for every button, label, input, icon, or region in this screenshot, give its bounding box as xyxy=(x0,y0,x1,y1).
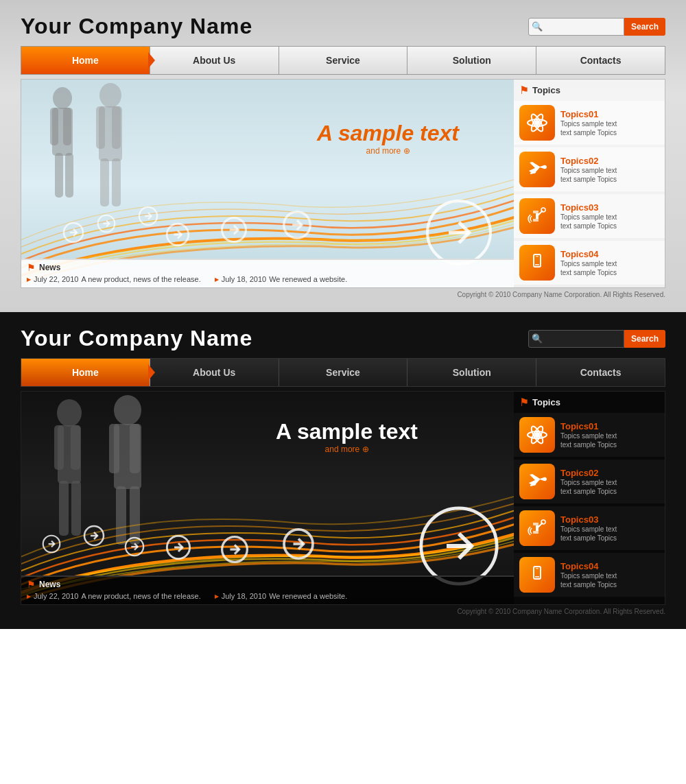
light-nav-solution[interactable]: Solution xyxy=(407,47,536,74)
dark-news-item-2: ▶ July 18, 2010 We renewed a website. xyxy=(215,592,348,600)
dark-topic-text-01: Topics01 Topics sample texttext sample T… xyxy=(560,421,617,449)
dark-topics-flag-icon: ⚑ xyxy=(519,396,529,409)
dark-topic-title-02: Topics02 xyxy=(560,468,617,478)
light-topic-title-01: Topics01 xyxy=(560,109,617,119)
dark-hero-title: A sample text xyxy=(276,419,418,444)
dark-content-wrapper: A sample text and more ⊕ ⚑ News ▶ July 2… xyxy=(21,391,665,605)
dark-topic-icon-03 xyxy=(519,510,555,546)
dark-hero-panel: A sample text and more ⊕ ⚑ News ▶ July 2… xyxy=(21,392,514,604)
light-topic-icon-03 xyxy=(519,198,555,234)
svg-rect-63 xyxy=(536,568,539,569)
dark-topic-title-03: Topics03 xyxy=(560,514,617,525)
light-topic-text-04: Topics04 Topics sample texttext sample T… xyxy=(560,249,617,277)
dark-topic-04[interactable]: Topics04 Topics sample texttext sample T… xyxy=(514,553,665,597)
light-topic-02[interactable]: Topics02 Topics sample texttext sample T… xyxy=(514,147,665,191)
light-arrow-large xyxy=(425,198,493,267)
dark-topic-desc-01: Topics sample texttext sample Topics xyxy=(560,431,617,449)
dark-nav-home[interactable]: Home xyxy=(21,359,150,386)
dark-topics-header: ⚑ Topics xyxy=(514,392,665,413)
light-topic-text-03: Topics03 Topics sample texttext sample T… xyxy=(560,202,617,230)
dark-topic-icon-01 xyxy=(519,417,555,453)
dark-topic-01[interactable]: Topics01 Topics sample texttext sample T… xyxy=(514,413,665,457)
dark-search-bar: 🔍 Search xyxy=(528,330,665,348)
light-topic-desc-04: Topics sample texttext sample Topics xyxy=(560,259,617,277)
dark-topic-text-04: Topics04 Topics sample texttext sample T… xyxy=(560,561,617,589)
dark-topic-icon-04 xyxy=(519,557,555,593)
news-flag-icon: ⚑ xyxy=(27,262,36,273)
dark-news-item-1: ▶ July 22, 2010 A new product, news of t… xyxy=(27,592,201,600)
dark-nav-service[interactable]: Service xyxy=(279,359,408,386)
light-news-items: ▶ July 22, 2010 A new product, news of t… xyxy=(21,273,514,287)
light-news-section: ⚑ News ▶ July 22, 2010 A new product, ne… xyxy=(21,259,514,287)
svg-point-60 xyxy=(541,520,545,524)
dark-topic-icon-02 xyxy=(519,464,555,499)
dark-topic-02[interactable]: Topics02 Topics sample texttext sample T… xyxy=(514,460,665,503)
dark-topic-desc-02: Topics sample texttext sample Topics xyxy=(560,478,617,496)
light-news-item-2: ▶ July 18, 2010 We renewed a website. xyxy=(215,275,348,283)
light-hero-subtitle: and more ⊕ xyxy=(317,146,459,156)
svg-rect-8 xyxy=(96,106,105,149)
dark-arrow-3 xyxy=(124,536,145,560)
dark-hero-text: A sample text and more ⊕ xyxy=(276,419,418,454)
light-nav-about[interactable]: About Us xyxy=(150,47,279,74)
light-news-text-1: A new product, news of the release. xyxy=(81,275,200,283)
light-topic-04[interactable]: Topics04 Topics sample texttext sample T… xyxy=(514,241,665,285)
light-topic-desc-02: Topics sample texttext sample Topics xyxy=(560,166,617,184)
svg-point-6 xyxy=(99,83,121,108)
dark-news-arrow-icon-1: ▶ xyxy=(27,593,31,599)
light-nav-home[interactable]: Home xyxy=(21,47,150,74)
dark-topic-title-04: Topics04 xyxy=(560,561,617,571)
dark-nav: Home About Us Service Solution Contacts xyxy=(21,358,665,387)
dark-news-date-2: July 18, 2010 xyxy=(222,592,266,600)
light-search-button[interactable]: Search xyxy=(624,18,665,36)
dark-copyright: Copyright © 2010 Company Name Corporatio… xyxy=(21,608,665,615)
light-news-text-2: We renewed a website. xyxy=(269,275,347,283)
dark-nav-contacts[interactable]: Contacts xyxy=(536,359,665,386)
dark-news-items: ▶ July 22, 2010 A new product, news of t… xyxy=(21,590,514,604)
light-topic-title-04: Topics04 xyxy=(560,249,617,259)
dark-news-label: News xyxy=(39,580,60,589)
dark-arrow-1 xyxy=(42,534,61,556)
dark-news-section: ⚑ News ▶ July 22, 2010 A new product, ne… xyxy=(21,575,514,604)
svg-rect-26 xyxy=(533,219,539,222)
light-topic-desc-01: Topics sample texttext sample Topics xyxy=(560,119,617,137)
dark-topic-title-01: Topics01 xyxy=(560,421,617,431)
dark-nav-solution[interactable]: Solution xyxy=(407,359,536,386)
light-topic-icon-02 xyxy=(519,152,555,187)
light-news-item-1: ▶ July 22, 2010 A new product, news of t… xyxy=(27,275,201,283)
light-topic-03[interactable]: Topics03 Topics sample texttext sample T… xyxy=(514,194,665,238)
light-nav-service[interactable]: Service xyxy=(279,47,408,74)
light-topic-text-01: Topics01 Topics sample texttext sample T… xyxy=(560,109,617,137)
light-hero-panel: A sample text and more ⊕ ⚑ News ▶ July 2… xyxy=(21,80,514,287)
dark-topics-label: Topics xyxy=(532,397,560,407)
svg-rect-3 xyxy=(63,108,71,145)
dark-search-button[interactable]: Search xyxy=(624,330,665,348)
light-hero-wrapper: A sample text and more ⊕ ⚑ News ▶ July 2… xyxy=(21,80,665,287)
light-theme-wrapper: Your Company Name 🔍 Search Home About Us… xyxy=(0,0,686,312)
dark-company-name: Your Company Name xyxy=(21,326,252,351)
dark-sidebar: ⚑ Topics Topics01 Topics sample texttext… xyxy=(514,392,665,604)
dark-nav-about[interactable]: About Us xyxy=(150,359,279,386)
dark-topic-text-03: Topics03 Topics sample texttext sample T… xyxy=(560,514,617,543)
light-copyright: Copyright © 2010 Company Name Corporatio… xyxy=(21,291,665,298)
search-icon: 🔍 xyxy=(532,21,543,32)
svg-rect-40 xyxy=(109,424,119,473)
dark-theme-wrapper: Your Company Name 🔍 Search Home About Us… xyxy=(0,312,686,629)
dark-topic-text-02: Topics02 Topics sample texttext sample T… xyxy=(560,468,617,496)
light-topics-label: Topics xyxy=(532,85,560,95)
dark-news-text-2: We renewed a website. xyxy=(269,592,347,600)
dark-topic-desc-03: Topics sample texttext sample Topics xyxy=(560,525,617,543)
light-news-label: News xyxy=(39,263,60,272)
light-nav-contacts[interactable]: Contacts xyxy=(536,47,665,74)
light-topic-01[interactable]: Topics01 Topics sample texttext sample T… xyxy=(514,101,665,145)
dark-topic-03[interactable]: Topics03 Topics sample texttext sample T… xyxy=(514,506,665,550)
svg-rect-58 xyxy=(533,531,539,534)
light-hero-title: A sample text xyxy=(317,121,459,146)
dark-news-flag-icon: ⚑ xyxy=(27,579,36,590)
news-arrow-icon-1: ▶ xyxy=(27,276,31,283)
dark-news-arrow-icon-2: ▶ xyxy=(215,593,219,599)
light-sidebar: ⚑ Topics Topics01 Topics sample texttext… xyxy=(514,80,665,287)
light-topic-icon-04 xyxy=(519,245,555,281)
svg-rect-57 xyxy=(533,523,539,525)
light-arrow-3 xyxy=(138,206,158,229)
